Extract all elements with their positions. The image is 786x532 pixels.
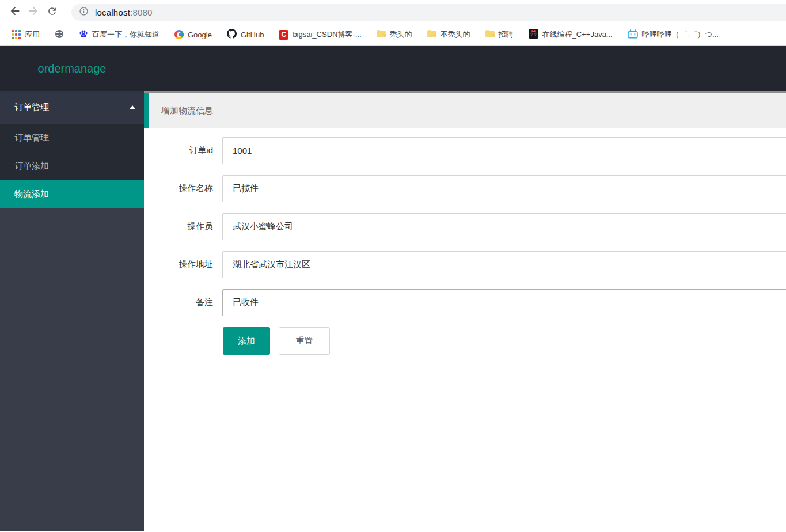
bookmark-label: 百度一下，你就知道: [92, 29, 160, 40]
bookmark-label: 应用: [25, 29, 40, 40]
page-title: 增加物流信息: [161, 105, 213, 116]
operation-address-input[interactable]: [222, 251, 786, 278]
url-host: localhost: [95, 7, 130, 17]
remark-input[interactable]: [222, 289, 786, 316]
bookmark-item-baidu[interactable]: du 百度一下，你就知道: [79, 29, 160, 40]
logistics-form: 订单id 操作名称 操作员 操作地址 备注 添加 重置: [144, 128, 786, 355]
google-icon: [174, 30, 184, 39]
browser-chrome: localhost:8080 应用 du 百度一下，你就知道 Google: [0, 0, 786, 46]
svg-text:du: du: [82, 34, 85, 37]
browser-forward-button[interactable]: [25, 4, 41, 20]
url-text: localhost:8080: [95, 7, 153, 17]
sidebar-item-logistics-add[interactable]: 物流添加: [0, 180, 144, 208]
add-button[interactable]: 添加: [223, 327, 270, 355]
reset-button[interactable]: 重置: [279, 327, 330, 355]
url-port: :8080: [130, 7, 153, 17]
operation-name-label: 操作名称: [144, 183, 213, 194]
page-title-bar: 增加物流信息: [144, 93, 786, 128]
folder-icon: [427, 29, 436, 40]
bookmark-label: GitHub: [241, 31, 264, 39]
url-bar[interactable]: localhost:8080: [71, 4, 786, 21]
baidu-icon: du: [79, 29, 88, 40]
folder-icon: [377, 29, 386, 40]
refresh-icon: [47, 6, 58, 19]
csdn-icon: [279, 30, 288, 40]
bookmark-label: Google: [188, 31, 212, 39]
site-info-icon[interactable]: [79, 6, 89, 18]
back-arrow-icon: [9, 5, 21, 20]
apps-grid-icon: [12, 30, 21, 39]
bookmarks-bar: 应用 du 百度一下，你就知道 Google GitHub bigsai_CSD…: [0, 24, 786, 46]
bookmark-item-github[interactable]: GitHub: [227, 29, 264, 40]
globe-icon: [55, 29, 64, 40]
operator-label: 操作员: [144, 221, 213, 232]
app-logo[interactable]: ordermanage: [0, 62, 144, 75]
remark-label: 备注: [144, 297, 213, 308]
operation-name-input[interactable]: [222, 175, 786, 202]
github-icon: [227, 29, 237, 40]
bookmark-item-apps[interactable]: 应用: [12, 29, 40, 40]
sidebar-item-label: 订单管理: [14, 132, 49, 143]
folder-icon: [485, 29, 495, 40]
caret-up-icon: [129, 105, 136, 109]
forward-arrow-icon: [27, 5, 40, 20]
order-id-label: 订单id: [144, 145, 213, 156]
bookmark-item-folder-1[interactable]: 秃头的: [377, 29, 412, 40]
bookmark-label: bigsai_CSDN博客-...: [293, 29, 361, 40]
sidebar-submenu: 订单管理 订单添加 物流添加: [0, 124, 144, 208]
sidebar-group-order-management[interactable]: 订单管理: [0, 91, 144, 124]
browser-back-button[interactable]: [7, 4, 23, 20]
sidebar: 订单管理 订单管理 订单添加 物流添加: [0, 91, 144, 531]
order-id-input[interactable]: [222, 137, 786, 164]
code-site-icon: [529, 29, 538, 40]
sidebar-item-order-add[interactable]: 订单添加: [0, 152, 144, 180]
bilibili-icon: [628, 29, 638, 40]
bookmark-label: 哔哩哔哩（゜-゜）つ...: [642, 29, 719, 40]
form-row-order-id: 订单id: [144, 137, 786, 164]
browser-refresh-button[interactable]: [44, 4, 60, 20]
content-area: 增加物流信息 订单id 操作名称 操作员 操作地址 备注: [144, 91, 786, 531]
bookmark-item-folder-3[interactable]: 招聘: [485, 29, 514, 40]
bookmark-item-code-site[interactable]: 在线编程_C++Java...: [529, 29, 613, 40]
sidebar-item-label: 订单添加: [14, 161, 49, 172]
form-buttons: 添加 重置: [144, 327, 786, 355]
bookmark-label: 在线编程_C++Java...: [542, 29, 613, 40]
bookmark-label: 招聘: [499, 29, 514, 40]
sidebar-item-label: 物流添加: [14, 189, 49, 200]
browser-toolbar: localhost:8080: [0, 0, 786, 24]
form-row-operator: 操作员: [144, 213, 786, 240]
sidebar-group-label: 订单管理: [14, 102, 49, 113]
operation-address-label: 操作地址: [144, 259, 213, 270]
operator-input[interactable]: [222, 213, 786, 240]
bookmark-item-bilibili[interactable]: 哔哩哔哩（゜-゜）つ...: [628, 29, 719, 40]
bookmark-item-globe[interactable]: [55, 29, 64, 40]
bookmark-item-csdn[interactable]: bigsai_CSDN博客-...: [279, 29, 361, 40]
app-header: ordermanage: [0, 46, 786, 91]
bookmark-item-folder-2[interactable]: 不秃头的: [427, 29, 470, 40]
bookmark-item-google[interactable]: Google: [174, 30, 212, 39]
bookmark-label: 不秃头的: [441, 29, 470, 40]
form-row-operation-name: 操作名称: [144, 175, 786, 202]
bookmark-label: 秃头的: [390, 29, 412, 40]
form-row-operation-address: 操作地址: [144, 251, 786, 278]
form-row-remark: 备注: [144, 289, 786, 316]
sidebar-item-order-list[interactable]: 订单管理: [0, 124, 144, 152]
main-layout: 订单管理 订单管理 订单添加 物流添加 增加物流信息 订单id 操作名称: [0, 91, 786, 531]
